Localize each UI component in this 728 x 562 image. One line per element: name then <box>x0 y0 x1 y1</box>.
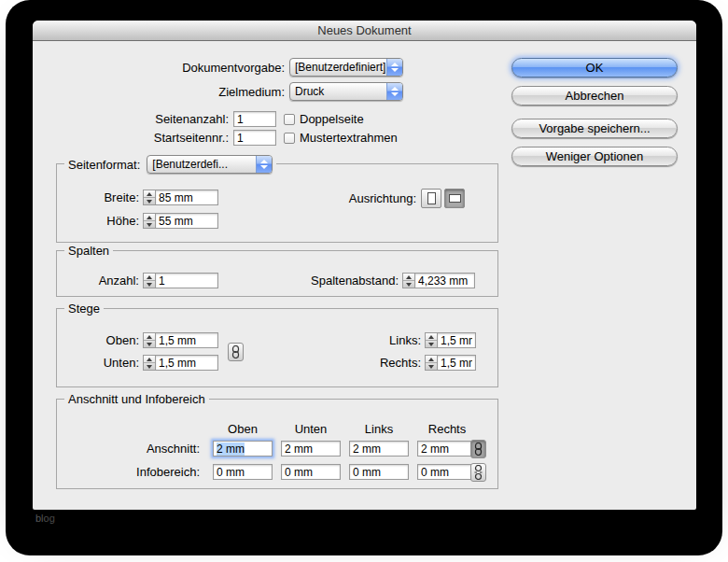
unten-label: Unten: <box>57 356 139 370</box>
stepper-up-icon[interactable] <box>144 356 155 363</box>
oben-field <box>143 332 218 348</box>
weniger-optionen-button[interactable]: Weniger Optionen <box>511 147 678 166</box>
stepper-up-icon[interactable] <box>144 333 155 341</box>
anzahl-label: Anzahl: <box>57 274 139 288</box>
anschnitt-row: Anschnitt: 2 mm <box>57 441 477 457</box>
links-stepper[interactable] <box>425 332 437 348</box>
hoehe-row: Höhe: <box>57 213 218 229</box>
watermark-text: blog <box>35 513 55 524</box>
anschnitt-rechts-input[interactable] <box>417 441 477 457</box>
breite-input[interactable] <box>155 190 218 205</box>
links-input[interactable] <box>437 332 476 348</box>
spaltenabstand-label: Spaltenabstand: <box>311 274 399 288</box>
spaltenabstand-stepper[interactable] <box>402 273 414 288</box>
infobereich-rechts-input[interactable] <box>417 464 477 480</box>
anschnitt-header-row: Oben Unten Links Rechts <box>57 422 477 436</box>
hoehe-stepper[interactable] <box>143 213 155 229</box>
anschnitt-unten-input[interactable] <box>281 441 341 457</box>
anschnitt-oben-input[interactable]: 2 mm <box>213 441 273 457</box>
seitenformat-legend: Seitenformat: [Benutzerdefi... <box>64 155 276 174</box>
column-header-oben: Oben <box>213 422 273 436</box>
rechts-field <box>425 355 476 371</box>
stepper-down-icon[interactable] <box>426 341 437 347</box>
unten-input[interactable] <box>155 355 218 371</box>
orientation-landscape-button[interactable] <box>444 189 465 208</box>
orientation-portrait-button[interactable] <box>421 189 441 208</box>
breite-stepper[interactable] <box>143 190 155 205</box>
zielmedium-row: Zielmedium: Druck <box>33 82 403 101</box>
seitenformat-preset-select[interactable]: [Benutzerdefi... <box>147 155 273 174</box>
stege-legend: Stege <box>64 302 104 316</box>
stepper-up-icon[interactable] <box>403 274 414 281</box>
seitenanzahl-row: Seitenanzahl: Doppelseite <box>33 111 364 127</box>
stepper-down-icon[interactable] <box>426 363 437 370</box>
dialog-content: Dokumentvorgabe: [Benutzerdefiniert] Zie… <box>33 41 696 509</box>
portrait-page-icon <box>427 192 436 204</box>
stepper-down-icon[interactable] <box>144 281 155 288</box>
infobereich-label: Infobereich: <box>57 465 200 479</box>
column-header-rechts: Rechts <box>417 422 477 436</box>
links-field <box>425 332 476 348</box>
hoehe-field <box>143 213 218 229</box>
hoehe-label: Höhe: <box>57 214 139 228</box>
oben-input[interactable] <box>155 332 218 348</box>
dokumentvorgabe-row: Dokumentvorgabe: [Benutzerdefiniert] <box>33 58 403 77</box>
spalten-row: Anzahl: Spaltenabstand: <box>57 273 497 288</box>
stege-link-button[interactable] <box>228 343 244 361</box>
unten-stepper[interactable] <box>143 355 155 371</box>
anschnitt-links-input[interactable] <box>349 441 409 457</box>
popup-arrows-icon <box>256 156 272 173</box>
stepper-down-icon[interactable] <box>144 341 155 347</box>
stepper-up-icon[interactable] <box>426 333 437 341</box>
infobereich-row: Infobereich: <box>57 464 477 480</box>
stepper-down-icon[interactable] <box>144 221 155 228</box>
doppelseite-checkbox[interactable] <box>284 114 295 125</box>
anzahl-stepper[interactable] <box>143 273 155 288</box>
anschnitt-label: Anschnitt: <box>57 442 200 456</box>
startseitennr-label: Startseitennr.: <box>33 131 229 145</box>
chain-broken-icon <box>474 465 483 480</box>
stepper-up-icon[interactable] <box>144 214 155 221</box>
unten-field <box>143 355 218 371</box>
stepper-up-icon[interactable] <box>144 190 155 198</box>
rechts-stepper[interactable] <box>425 355 437 371</box>
stepper-down-icon[interactable] <box>403 281 414 288</box>
infobereich-unten-input[interactable] <box>281 464 341 480</box>
stege-legend-label: Stege <box>68 302 100 316</box>
seitenformat-legend-label: Seitenformat: <box>68 158 140 172</box>
zielmedium-select[interactable]: Druck <box>289 82 403 101</box>
abbrechen-button[interactable]: Abbrechen <box>511 86 678 105</box>
seitenanzahl-label: Seitenanzahl: <box>33 112 229 126</box>
seitenanzahl-input[interactable] <box>233 111 276 127</box>
anschnitt-legend: Anschnitt und Infobereich <box>64 392 209 406</box>
zielmedium-value: Druck <box>290 83 386 100</box>
stepper-up-icon[interactable] <box>144 274 155 281</box>
doppelseite-label: Doppelseite <box>300 112 364 126</box>
infobereich-links-input[interactable] <box>349 464 409 480</box>
hoehe-input[interactable] <box>155 213 218 229</box>
ausrichtung-row: Ausrichtung: <box>342 189 465 208</box>
stepper-down-icon[interactable] <box>144 363 155 370</box>
column-header-unten: Unten <box>281 422 341 436</box>
stepper-down-icon[interactable] <box>144 198 155 204</box>
stepper-up-icon[interactable] <box>426 356 437 363</box>
rechts-input[interactable] <box>437 355 476 371</box>
ok-button[interactable]: OK <box>511 58 678 77</box>
zielmedium-label: Zielmedium: <box>33 85 285 99</box>
rechts-label: Rechts: <box>369 356 421 370</box>
anzahl-input[interactable] <box>155 273 218 288</box>
dokumentvorgabe-select[interactable]: [Benutzerdefiniert] <box>289 58 403 77</box>
infobereich-link-button[interactable] <box>470 463 486 482</box>
breite-row: Breite: <box>57 190 218 205</box>
neues-dokument-dialog: Neues Dokument Dokumentvorgabe: [Benutze… <box>33 21 696 510</box>
mustertextrahmen-checkbox[interactable] <box>284 133 295 144</box>
spaltenabstand-input[interactable] <box>414 273 475 288</box>
infobereich-oben-input[interactable] <box>213 464 273 480</box>
titlebar[interactable]: Neues Dokument <box>33 21 696 41</box>
spaltenabstand-field <box>402 273 475 288</box>
startseitennr-input[interactable] <box>233 130 276 146</box>
window-title: Neues Dokument <box>317 23 411 37</box>
vorgabe-speichern-button[interactable]: Vorgabe speichern... <box>511 119 678 138</box>
anschnitt-link-button[interactable] <box>470 440 486 458</box>
oben-stepper[interactable] <box>143 332 155 348</box>
